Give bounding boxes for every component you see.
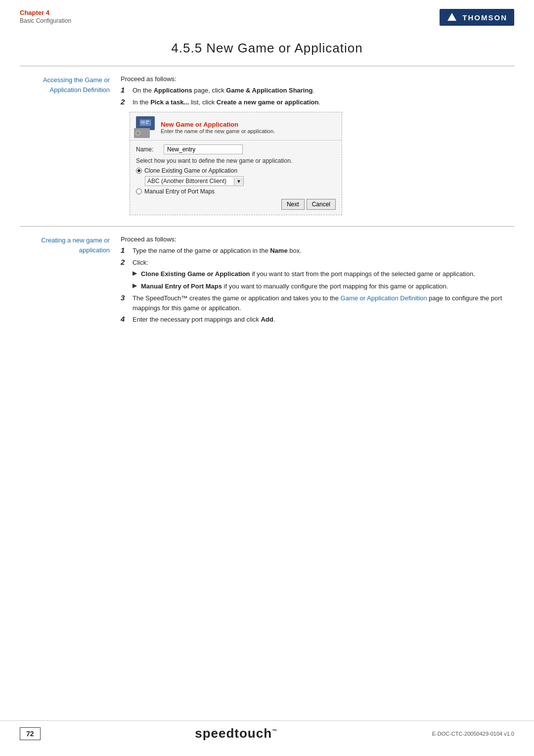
name-input[interactable]: [164, 144, 243, 154]
widget-icon: [134, 116, 156, 138]
name-field-row: Name:: [136, 144, 336, 154]
brand-tm: ™: [272, 728, 277, 734]
create-step-text-4: Enter the necessary port mappings and cl…: [133, 315, 275, 325]
radio-clone-label: Clone Existing Game or Application: [144, 167, 237, 174]
brand-bold: touch: [234, 726, 272, 741]
create-step-text-2: Click:: [133, 258, 148, 268]
step-num-2: 2: [121, 97, 130, 106]
dropdown-value: ABC (Another Bittorent Client): [145, 177, 234, 186]
svg-rect-3: [146, 121, 149, 122]
cancel-button[interactable]: Cancel: [307, 199, 336, 210]
accessing-label: Accessing the Game or Application Defini…: [20, 75, 110, 94]
svg-marker-0: [447, 13, 456, 21]
dropdown-clone[interactable]: ABC (Another Bittorent Client) ▼: [145, 176, 244, 186]
create-step-num-1: 1: [121, 246, 130, 254]
create-step-1: 1 Type the name of the game or applicati…: [121, 246, 514, 256]
step-num-1: 1: [121, 86, 130, 94]
step-2: 2 In the Pick a task... list, click Crea…: [121, 97, 514, 107]
widget-button-row: Next Cancel: [136, 199, 336, 210]
radio-manual-label: Manual Entry of Port Maps: [144, 188, 215, 195]
chapter-label: Chapter 4: [20, 9, 71, 16]
create-step-text-1: Type the name of the game or application…: [133, 246, 302, 256]
step-1: 1 On the Applications page, click Game &…: [121, 86, 514, 95]
create-step-3: 3 The SpeedTouch™ creates the game or ap…: [121, 293, 514, 313]
thomson-logo-icon: [446, 12, 457, 23]
doc-reference: E-DOC-CTC-20050429-0104 v1.0: [432, 731, 514, 737]
section-title: 4.5.5 New Game or Application: [20, 41, 514, 56]
accessing-right-col: Proceed as follows: 1 On the Application…: [119, 75, 514, 217]
radio-clone[interactable]: [136, 168, 142, 174]
widget-title-area: New Game or Application Enter the name o…: [161, 121, 275, 134]
accessing-left-col: Accessing the Game or Application Defini…: [20, 75, 119, 217]
svg-rect-4: [146, 123, 148, 124]
creating-label: Creating a new game or application: [20, 236, 110, 255]
proceed-text-2: Proceed as follows:: [121, 236, 514, 243]
brand-normal: speed: [195, 726, 234, 741]
page-footer: 72 speedtouch™ E-DOC-CTC-20050429-0104 v…: [0, 720, 534, 741]
widget-bottom-svg: [134, 128, 150, 138]
dropdown-arrow-icon: ▼: [234, 178, 243, 185]
next-button[interactable]: Next: [281, 199, 305, 210]
svg-rect-2: [141, 121, 145, 124]
page-header: Chapter 4 Basic Configuration THOMSON: [0, 0, 534, 26]
accessing-section: Accessing the Game or Application Defini…: [20, 66, 514, 227]
widget-icon-svg: [138, 119, 152, 128]
widget-icon-bottom: [134, 128, 150, 138]
step-text-2: In the Pick a task... list, click Create…: [133, 97, 320, 107]
svg-point-7: [136, 132, 139, 135]
thomson-logo: THOMSON: [440, 9, 514, 26]
sub-step-text-2: Manual Entry of Port Maps if you want to…: [141, 282, 448, 291]
widget-subtitle: Enter the name of the new game or applic…: [161, 128, 275, 134]
arrow-bullet-2: ▶: [133, 282, 137, 289]
speedtouch-brand: speedtouch™: [195, 726, 277, 741]
sub-step-text-1: Clone Existing Game or Application if yo…: [141, 269, 475, 279]
create-step-num-3: 3: [121, 293, 130, 302]
step-text-1: On the Applications page, click Game & A…: [133, 86, 314, 95]
radio-manual[interactable]: [136, 189, 142, 194]
chapter-sub: Basic Configuration: [20, 17, 71, 24]
new-game-widget: New Game or Application Enter the name o…: [130, 112, 342, 215]
accessing-steps: 1 On the Applications page, click Game &…: [121, 86, 514, 107]
create-step-num-4: 4: [121, 315, 130, 323]
creating-left-col: Creating a new game or application: [20, 236, 119, 327]
sub-step-2: ▶ Manual Entry of Port Maps if you want …: [133, 282, 514, 291]
radio-manual-row: Manual Entry of Port Maps: [136, 188, 336, 195]
name-label: Name:: [136, 146, 160, 153]
creating-steps: 1 Type the name of the game or applicati…: [121, 246, 514, 325]
creating-section: Creating a new game or application Proce…: [20, 227, 514, 327]
create-step-4: 4 Enter the necessary port mappings and …: [121, 315, 514, 325]
widget-title: New Game or Application: [161, 121, 275, 128]
create-step-text-3: The SpeedTouch™ creates the game or appl…: [133, 293, 514, 313]
select-section-label: Select how you want to define the new ga…: [136, 157, 336, 164]
create-step-2: 2 Click:: [121, 258, 514, 268]
thomson-text: THOMSON: [462, 13, 507, 22]
proceed-text-1: Proceed as follows:: [121, 75, 514, 83]
arrow-bullet-1: ▶: [133, 270, 137, 277]
widget-header: New Game or Application Enter the name o…: [130, 112, 342, 141]
creating-right-col: Proceed as follows: 1 Type the name of t…: [119, 236, 514, 327]
content-area: Accessing the Game or Application Defini…: [20, 66, 514, 327]
page-number: 72: [20, 727, 41, 740]
sub-step-1: ▶ Clone Existing Game or Application if …: [133, 269, 514, 279]
create-step-num-2: 2: [121, 258, 130, 266]
widget-body: Name: Select how you want to define the …: [130, 141, 342, 215]
radio-clone-row: Clone Existing Game or Application: [136, 167, 336, 174]
